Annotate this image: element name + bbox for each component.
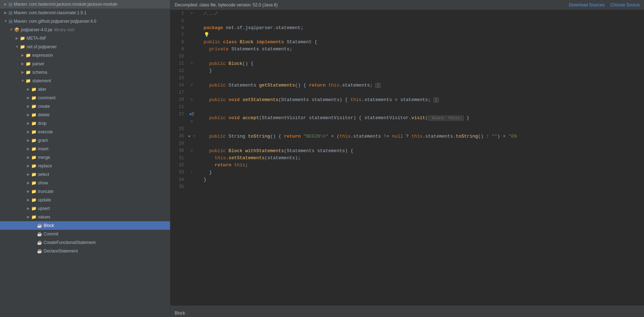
sidebar-item-label: drop xyxy=(38,120,47,127)
arrow-icon: ▶ xyxy=(26,145,31,152)
fold-icon[interactable]: ▿ xyxy=(191,171,193,174)
maven-icon: ▤ xyxy=(9,9,12,16)
line-content xyxy=(195,17,644,24)
folder-icon: 📁 xyxy=(26,60,31,67)
sidebar-item-drop[interactable]: ▶ 📁 drop xyxy=(0,119,170,128)
sidebar-item-select[interactable]: ▶ 📁 select xyxy=(0,170,170,179)
sidebar-item-declare[interactable]: ☕ DeclareStatement xyxy=(0,247,170,255)
sidebar-item-insert[interactable]: ▶ 📁 insert xyxy=(0,145,170,153)
code-line-1: 1 ▽ /.../ xyxy=(170,10,644,17)
choose-source-link[interactable]: Choose Source xyxy=(610,2,640,7)
sidebar-item-statement[interactable]: ▼ 📁 statement xyxy=(0,77,170,85)
folder-icon: 📁 xyxy=(31,145,37,152)
fold-icon[interactable]: ▽ xyxy=(191,83,193,87)
folder-icon: 📁 xyxy=(31,103,37,110)
sidebar-item-block[interactable]: ☕ Block xyxy=(0,221,170,230)
line-number: 1 xyxy=(170,10,188,17)
code-line-33: 33 ▿ } xyxy=(170,169,644,176)
sidebar-item-show[interactable]: ▶ 📁 show xyxy=(0,179,170,187)
code-token: String xyxy=(229,134,245,139)
sidebar-item-label: alter xyxy=(38,86,46,93)
arrow-icon: ▶ xyxy=(26,111,31,118)
folder-icon: 📁 xyxy=(31,94,37,101)
sidebar-item-alter[interactable]: ▶ 📁 alter xyxy=(0,85,170,94)
download-sources-link[interactable]: Download Sources xyxy=(569,2,605,7)
horizontal-scrollbar[interactable] xyxy=(170,306,644,308)
sidebar-item-commit[interactable]: ☕ Commit xyxy=(0,230,170,238)
sidebar-item-jar[interactable]: ▼ 📦 jsqlparser-4.0.jar library root xyxy=(0,26,170,34)
sidebar-item-maven-classmate[interactable]: ▶ ▤ Maven: com.fasterxml.classmate:1.5.1 xyxy=(0,9,170,17)
code-token: ( xyxy=(337,134,339,139)
sidebar-item-label: grant xyxy=(38,137,48,144)
fold-icon[interactable]: ▽ xyxy=(191,120,193,124)
line-number: 31 xyxy=(170,155,188,162)
code-token: public xyxy=(209,134,226,139)
sidebar-item-label: create xyxy=(38,103,50,110)
fold-icon[interactable]: ▽ xyxy=(191,62,193,66)
code-line-29: 29 xyxy=(170,140,644,147)
fold-icon[interactable]: ▽ xyxy=(191,149,193,153)
folder-icon: 📁 xyxy=(31,205,37,212)
sidebar-item-comment[interactable]: ▶ 📁 comment xyxy=(0,94,170,102)
line-content xyxy=(195,126,644,133)
sidebar-item-upsert[interactable]: ▶ 📁 upsert xyxy=(0,204,170,213)
sidebar-item-values[interactable]: ▶ 📁 values xyxy=(0,213,170,221)
sidebar-item-merge[interactable]: ▶ 📁 merge xyxy=(0,153,170,162)
line-content xyxy=(195,74,644,82)
folder-icon: 📁 xyxy=(31,137,37,144)
sidebar-item-truncate[interactable]: ▶ 📁 truncate xyxy=(0,187,170,196)
sidebar-item-replace[interactable]: ▶ 📁 replace xyxy=(0,162,170,170)
sidebar: ▶ ▤ Maven: com.fasterxml.jackson.module:… xyxy=(0,0,170,317)
line-number: 13 xyxy=(170,74,188,82)
sidebar-item-expression[interactable]: ▶ 📁 expression xyxy=(0,51,170,60)
sidebar-item-meta-inf[interactable]: ▶ 📁 META-INF xyxy=(0,34,170,43)
fold-icon[interactable]: ▽ xyxy=(193,134,195,138)
jar-icon: 📦 xyxy=(14,26,20,33)
folder-icon: 📁 xyxy=(31,213,37,221)
line-content: private Statements statements; xyxy=(195,46,644,53)
arrow-icon: ▶ xyxy=(26,205,31,212)
sidebar-item-grant[interactable]: ▶ 📁 grant xyxy=(0,136,170,145)
arrow-icon: ▶ xyxy=(3,9,9,16)
sidebar-item-label: net.sf.jsqlparser xyxy=(27,43,57,50)
line-number: 34 xyxy=(170,176,188,183)
sidebar-item-create-functional[interactable]: ☕ CreateFunctionalStatement xyxy=(0,238,170,247)
line-content xyxy=(195,104,644,111)
line-number: 18 xyxy=(170,96,188,104)
line-gutter: ●@ ▽ xyxy=(188,111,195,126)
override-icon: ● xyxy=(188,134,190,138)
sidebar-item-net-sf[interactable]: ▼ 📁 net.sf.jsqlparser xyxy=(0,43,170,51)
arrow-icon: ▼ xyxy=(9,26,14,33)
code-token: "EN xyxy=(508,134,517,139)
fold-icon[interactable]: ▽ xyxy=(191,12,193,16)
line-number: 9 xyxy=(170,46,188,53)
sidebar-item-maven-jsqlparser[interactable]: ▼ ▤ Maven: com.github.jsqlparser:jsqlpar… xyxy=(0,17,170,26)
line-content: public String toString() { return "BEGIN… xyxy=(195,133,644,140)
sidebar-item-delete[interactable]: ▶ 📁 delete xyxy=(0,111,170,119)
code-table: 1 ▽ /.../ 5 6 package net.sf. xyxy=(170,10,644,190)
code-line-8: 8 public class Block implements Statemen… xyxy=(170,39,644,46)
folder-icon: 📁 xyxy=(26,52,31,59)
sidebar-item-schema[interactable]: ▶ 📁 schema xyxy=(0,68,170,77)
code-token: "BEGIN\n" xyxy=(304,134,328,139)
line-number: 26 xyxy=(170,133,188,140)
folder-icon: 📁 xyxy=(31,120,37,127)
code-token: { xyxy=(315,39,317,45)
code-token: { xyxy=(359,115,362,121)
code-token: this xyxy=(350,97,361,102)
sidebar-item-parser[interactable]: ▶ 📁 parser xyxy=(0,60,170,68)
line-gutter: ▿ xyxy=(188,169,195,176)
code-token: () { xyxy=(270,134,281,139)
sidebar-item-update[interactable]: ▶ 📁 update xyxy=(0,196,170,204)
code-line-12: 12 } xyxy=(170,67,644,74)
fold-icon[interactable]: ▽ xyxy=(191,98,193,102)
sidebar-item-execute[interactable]: ▶ 📁 execute xyxy=(0,128,170,136)
code-token: this xyxy=(215,155,226,161)
hint-box: block: this); xyxy=(428,116,464,121)
sidebar-item-create[interactable]: ▶ 📁 create xyxy=(0,102,170,111)
sidebar-item-maven-jackson[interactable]: ▶ ▤ Maven: com.fasterxml.jackson.module:… xyxy=(0,0,170,9)
code-token: return xyxy=(309,83,326,88)
code-token: = xyxy=(395,97,398,102)
code-token: + xyxy=(503,134,506,139)
code-line-35: 35 xyxy=(170,183,644,190)
